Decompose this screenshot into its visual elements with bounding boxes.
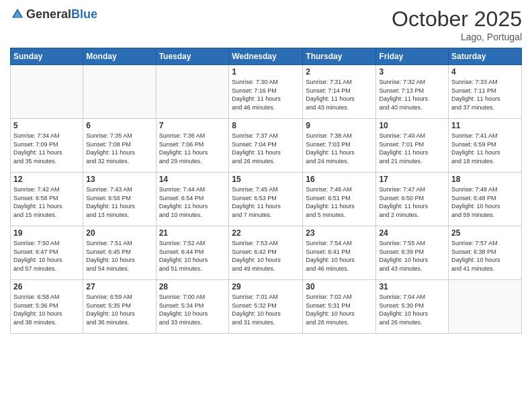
title-area: October 2025 Lago, Portugal: [392, 7, 522, 42]
calendar-week-row: 1Sunrise: 7:30 AM Sunset: 7:16 PM Daylig…: [11, 65, 522, 119]
calendar-cell: 29Sunrise: 7:01 AM Sunset: 5:32 PM Dayli…: [229, 280, 303, 334]
calendar-cell: 21Sunrise: 7:52 AM Sunset: 6:44 PM Dayli…: [156, 226, 229, 280]
calendar-cell: 18Sunrise: 7:48 AM Sunset: 6:48 PM Dayli…: [449, 173, 522, 226]
day-number: 4: [451, 67, 519, 77]
cell-content: Sunrise: 7:04 AM Sunset: 5:30 PM Dayligh…: [379, 293, 445, 326]
calendar-cell: 26Sunrise: 6:58 AM Sunset: 5:36 PM Dayli…: [11, 280, 83, 334]
cell-content: Sunrise: 7:48 AM Sunset: 6:48 PM Dayligh…: [451, 185, 519, 219]
day-number: 12: [13, 175, 80, 184]
page: GeneralBlue October 2025 Lago, Portugal …: [0, 0, 532, 411]
day-number: 25: [451, 228, 519, 238]
calendar-cell: 5Sunrise: 7:34 AM Sunset: 7:09 PM Daylig…: [11, 119, 83, 173]
day-number: 13: [86, 175, 152, 184]
month-title: October 2025: [392, 7, 522, 32]
day-header-monday: Monday: [83, 48, 156, 65]
day-number: 18: [451, 175, 519, 184]
calendar-week-row: 19Sunrise: 7:50 AM Sunset: 6:47 PM Dayli…: [11, 226, 522, 280]
day-header-friday: Friday: [376, 48, 449, 65]
cell-content: Sunrise: 7:02 AM Sunset: 5:31 PM Dayligh…: [306, 293, 373, 326]
day-number: 22: [232, 228, 300, 238]
header: GeneralBlue October 2025 Lago, Portugal: [10, 7, 522, 42]
cell-content: Sunrise: 7:30 AM Sunset: 7:16 PM Dayligh…: [232, 78, 300, 111]
logo: GeneralBlue: [10, 7, 97, 21]
cell-content: Sunrise: 7:51 AM Sunset: 6:45 PM Dayligh…: [86, 239, 152, 273]
calendar-week-row: 26Sunrise: 6:58 AM Sunset: 5:36 PM Dayli…: [11, 280, 522, 334]
calendar-cell: 30Sunrise: 7:02 AM Sunset: 5:31 PM Dayli…: [303, 280, 376, 334]
calendar-cell: 17Sunrise: 7:47 AM Sunset: 6:50 PM Dayli…: [376, 173, 449, 226]
day-number: 3: [379, 67, 445, 77]
calendar-cell: 13Sunrise: 7:43 AM Sunset: 6:56 PM Dayli…: [83, 173, 156, 226]
day-number: 29: [232, 282, 300, 291]
cell-content: Sunrise: 7:50 AM Sunset: 6:47 PM Dayligh…: [13, 239, 80, 273]
calendar-cell: 24Sunrise: 7:55 AM Sunset: 6:39 PM Dayli…: [376, 226, 449, 280]
logo-text: GeneralBlue: [26, 7, 97, 21]
day-number: 28: [159, 282, 226, 291]
calendar-cell: 2Sunrise: 7:31 AM Sunset: 7:14 PM Daylig…: [303, 65, 376, 119]
day-number: 6: [86, 121, 152, 130]
cell-content: Sunrise: 7:41 AM Sunset: 6:59 PM Dayligh…: [451, 132, 519, 165]
day-header-thursday: Thursday: [303, 48, 376, 65]
calendar-cell: 20Sunrise: 7:51 AM Sunset: 6:45 PM Dayli…: [83, 226, 156, 280]
cell-content: Sunrise: 7:53 AM Sunset: 6:42 PM Dayligh…: [232, 239, 300, 273]
day-number: 23: [306, 228, 373, 238]
calendar-table: SundayMondayTuesdayWednesdayThursdayFrid…: [10, 48, 522, 334]
cell-content: Sunrise: 7:40 AM Sunset: 7:01 PM Dayligh…: [379, 132, 445, 165]
cell-content: Sunrise: 6:58 AM Sunset: 5:36 PM Dayligh…: [13, 293, 80, 326]
cell-content: Sunrise: 7:46 AM Sunset: 6:51 PM Dayligh…: [306, 185, 373, 219]
day-number: 30: [306, 282, 373, 291]
calendar-cell: 16Sunrise: 7:46 AM Sunset: 6:51 PM Dayli…: [303, 173, 376, 226]
cell-content: Sunrise: 7:00 AM Sunset: 5:34 PM Dayligh…: [159, 293, 226, 326]
logo-icon: [10, 7, 25, 21]
calendar-cell: 23Sunrise: 7:54 AM Sunset: 6:41 PM Dayli…: [303, 226, 376, 280]
calendar-cell: 25Sunrise: 7:57 AM Sunset: 6:38 PM Dayli…: [449, 226, 522, 280]
day-number: 20: [86, 228, 152, 238]
calendar-cell: 8Sunrise: 7:37 AM Sunset: 7:04 PM Daylig…: [229, 119, 303, 173]
day-number: 21: [159, 228, 226, 238]
logo-general: General: [26, 7, 71, 21]
calendar-week-row: 5Sunrise: 7:34 AM Sunset: 7:09 PM Daylig…: [11, 119, 522, 173]
day-header-wednesday: Wednesday: [229, 48, 303, 65]
calendar-cell: 15Sunrise: 7:45 AM Sunset: 6:53 PM Dayli…: [229, 173, 303, 226]
calendar-cell: 9Sunrise: 7:38 AM Sunset: 7:03 PM Daylig…: [303, 119, 376, 173]
logo-blue: Blue: [71, 7, 97, 21]
day-number: 2: [306, 67, 373, 77]
cell-content: Sunrise: 7:43 AM Sunset: 6:56 PM Dayligh…: [86, 185, 152, 219]
calendar-week-row: 12Sunrise: 7:42 AM Sunset: 6:58 PM Dayli…: [11, 173, 522, 226]
day-number: 9: [306, 121, 373, 130]
cell-content: Sunrise: 7:38 AM Sunset: 7:03 PM Dayligh…: [306, 132, 373, 165]
day-number: 1: [232, 67, 300, 77]
day-header-tuesday: Tuesday: [156, 48, 229, 65]
day-number: 14: [159, 175, 226, 184]
calendar-cell: 22Sunrise: 7:53 AM Sunset: 6:42 PM Dayli…: [229, 226, 303, 280]
calendar-cell: 12Sunrise: 7:42 AM Sunset: 6:58 PM Dayli…: [11, 173, 83, 226]
cell-content: Sunrise: 7:31 AM Sunset: 7:14 PM Dayligh…: [306, 78, 373, 111]
day-number: 17: [379, 175, 445, 184]
cell-content: Sunrise: 7:01 AM Sunset: 5:32 PM Dayligh…: [232, 293, 300, 326]
day-number: 5: [13, 121, 80, 130]
calendar-cell: 10Sunrise: 7:40 AM Sunset: 7:01 PM Dayli…: [376, 119, 449, 173]
cell-content: Sunrise: 6:59 AM Sunset: 5:35 PM Dayligh…: [86, 293, 152, 326]
calendar-cell: 27Sunrise: 6:59 AM Sunset: 5:35 PM Dayli…: [83, 280, 156, 334]
day-header-saturday: Saturday: [449, 48, 522, 65]
calendar-cell: 3Sunrise: 7:32 AM Sunset: 7:13 PM Daylig…: [376, 65, 449, 119]
calendar-cell: 28Sunrise: 7:00 AM Sunset: 5:34 PM Dayli…: [156, 280, 229, 334]
cell-content: Sunrise: 7:52 AM Sunset: 6:44 PM Dayligh…: [159, 239, 226, 273]
cell-content: Sunrise: 7:57 AM Sunset: 6:38 PM Dayligh…: [451, 239, 519, 273]
calendar-cell: 6Sunrise: 7:35 AM Sunset: 7:08 PM Daylig…: [83, 119, 156, 173]
day-number: 27: [86, 282, 152, 291]
day-number: 24: [379, 228, 445, 238]
calendar-cell: [449, 280, 522, 334]
calendar-header-row: SundayMondayTuesdayWednesdayThursdayFrid…: [11, 48, 522, 65]
cell-content: Sunrise: 7:32 AM Sunset: 7:13 PM Dayligh…: [379, 78, 445, 111]
day-number: 15: [232, 175, 300, 184]
cell-content: Sunrise: 7:37 AM Sunset: 7:04 PM Dayligh…: [232, 132, 300, 165]
cell-content: Sunrise: 7:42 AM Sunset: 6:58 PM Dayligh…: [13, 185, 80, 219]
day-number: 11: [451, 121, 519, 130]
day-number: 10: [379, 121, 445, 130]
calendar-cell: 7Sunrise: 7:36 AM Sunset: 7:06 PM Daylig…: [156, 119, 229, 173]
cell-content: Sunrise: 7:55 AM Sunset: 6:39 PM Dayligh…: [379, 239, 445, 273]
calendar-cell: 19Sunrise: 7:50 AM Sunset: 6:47 PM Dayli…: [11, 226, 83, 280]
cell-content: Sunrise: 7:33 AM Sunset: 7:11 PM Dayligh…: [451, 78, 519, 111]
calendar-cell: 31Sunrise: 7:04 AM Sunset: 5:30 PM Dayli…: [376, 280, 449, 334]
cell-content: Sunrise: 7:35 AM Sunset: 7:08 PM Dayligh…: [86, 132, 152, 165]
